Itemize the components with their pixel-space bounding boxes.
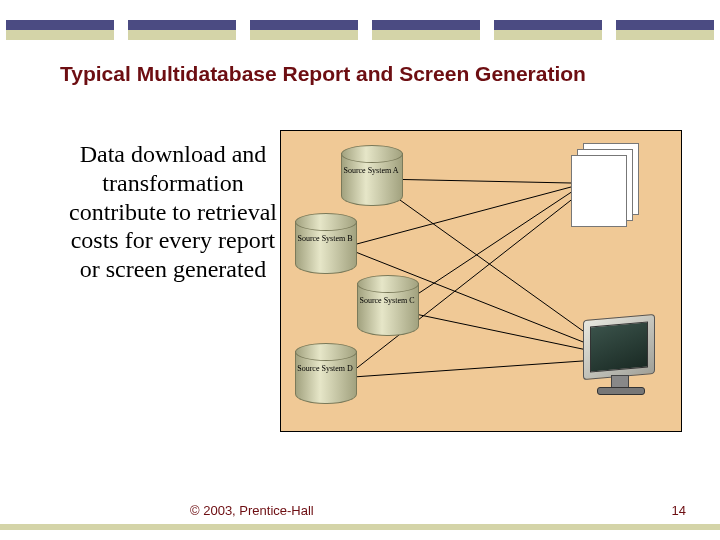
footer-page-number: 14 bbox=[672, 503, 686, 518]
db-label-a: Source System A bbox=[341, 167, 401, 176]
monitor-base-icon bbox=[597, 387, 645, 395]
db-label-d: Source System D bbox=[295, 365, 355, 374]
db-source-a: Source System A bbox=[341, 145, 401, 213]
db-label-c: Source System C bbox=[357, 297, 417, 306]
db-source-d: Source System D bbox=[295, 343, 355, 411]
monitor-icon bbox=[583, 314, 655, 380]
svg-line-0 bbox=[379, 179, 571, 183]
svg-line-5 bbox=[401, 311, 611, 355]
db-source-b: Source System B bbox=[295, 213, 355, 281]
db-label-b: Source System B bbox=[295, 235, 355, 244]
diagram: Source System A Source System B Source S… bbox=[280, 130, 682, 432]
body-text: Data download and transformation contrib… bbox=[68, 140, 278, 284]
svg-line-7 bbox=[353, 359, 611, 377]
header-stripe bbox=[0, 20, 720, 40]
footer-copyright: © 2003, Prentice-Hall bbox=[190, 503, 314, 518]
slide-title: Typical Multidatabase Report and Screen … bbox=[60, 62, 586, 86]
svg-line-4 bbox=[401, 191, 573, 305]
footer-stripe bbox=[0, 524, 720, 530]
report-doc-icon bbox=[571, 155, 627, 227]
db-source-c: Source System C bbox=[357, 275, 417, 343]
